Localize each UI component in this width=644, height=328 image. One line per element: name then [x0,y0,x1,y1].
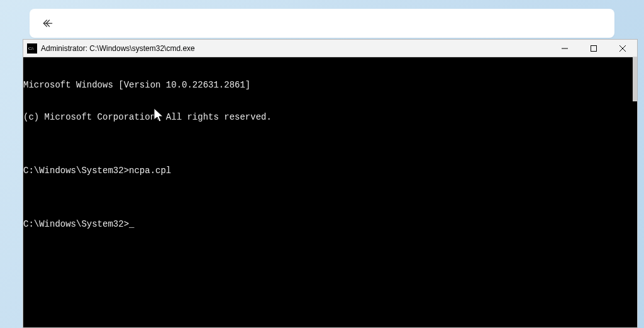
terminal-line: Microsoft Windows [Version 10.0.22631.28… [23,80,637,91]
svg-rect-4 [591,45,597,51]
terminal-line: (c) Microsoft Corporation. All rights re… [23,112,637,123]
cmd-window: C:\ Administrator: C:\Windows\system32\c… [23,39,638,328]
back-arrow-icon[interactable] [41,16,55,30]
close-button[interactable] [608,40,637,57]
minimize-button[interactable] [550,40,579,57]
window-titlebar[interactable]: C:\ Administrator: C:\Windows\system32\c… [23,40,637,57]
terminal-output[interactable]: Microsoft Windows [Version 10.0.22631.28… [23,57,637,327]
cmd-icon: C:\ [27,43,37,54]
window-controls [550,40,637,57]
window-title: Administrator: C:\Windows\system32\cmd.e… [41,44,550,53]
terminal-prompt-line: C:\Windows\System32>_ [23,219,637,230]
svg-text:C:\: C:\ [28,46,34,51]
vertical-scrollbar[interactable] [633,57,637,101]
maximize-button[interactable] [579,40,608,57]
back-navigation-card [30,9,614,38]
terminal-line: C:\Windows\System32>ncpa.cpl [23,166,637,176]
